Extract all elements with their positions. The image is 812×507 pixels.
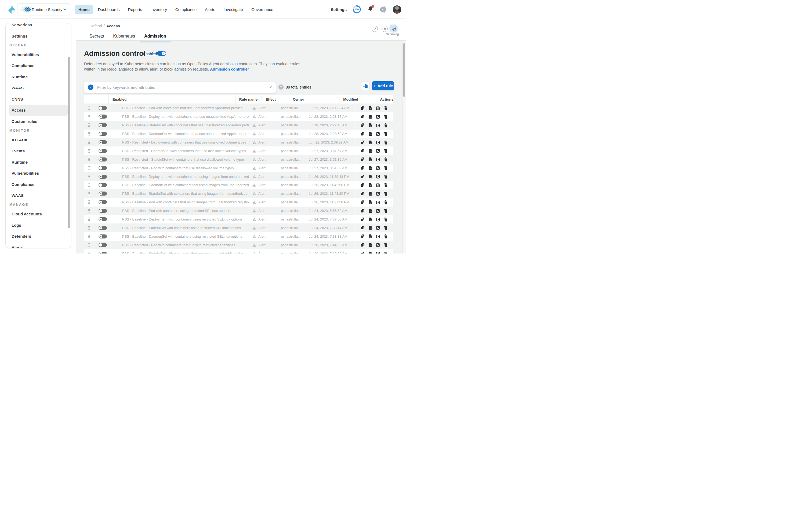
sidebar-item[interactable]: Settings (9, 31, 68, 42)
breadcrumb-parent[interactable]: Defend (89, 24, 102, 28)
usage-gauge[interactable]: 78% (353, 5, 361, 13)
sidebar-scrollbar[interactable] (68, 57, 70, 228)
edit-rule-button[interactable] (376, 217, 380, 222)
copy-rule-button[interactable] (360, 234, 365, 238)
export-rule-button[interactable] (368, 200, 372, 205)
edit-rule-button[interactable] (376, 149, 380, 153)
edit-rule-button[interactable] (376, 115, 380, 119)
export-rule-button[interactable] (368, 106, 372, 110)
product-switcher[interactable]: Runtime Security (17, 3, 70, 15)
drag-handle-icon[interactable] (88, 192, 90, 195)
notification-bell-icon[interactable] (367, 6, 373, 13)
sidebar-item[interactable]: Vulnerabilities (9, 168, 68, 179)
copy-rule-button[interactable] (360, 217, 365, 222)
drag-handle-icon[interactable] (88, 123, 90, 127)
copy-rule-button[interactable] (360, 226, 365, 230)
drag-handle-icon[interactable] (88, 175, 90, 178)
filter-funnel-icon[interactable] (88, 84, 93, 90)
copy-rule-button[interactable] (360, 166, 365, 170)
sidebar-item[interactable]: Compliance (9, 60, 68, 71)
copy-rule-button[interactable] (360, 149, 365, 153)
export-rule-button[interactable] (368, 251, 372, 253)
admission-enabled-toggle[interactable]: ✓ (157, 51, 166, 56)
delete-rule-button[interactable] (384, 149, 388, 153)
drag-handle-icon[interactable] (88, 226, 90, 230)
top-nav-item[interactable]: Home (75, 5, 93, 14)
edit-rule-button[interactable] (376, 166, 380, 170)
delete-rule-button[interactable] (384, 243, 388, 247)
delete-rule-button[interactable] (384, 123, 388, 127)
delete-rule-button[interactable] (384, 106, 388, 110)
copy-rule-button[interactable] (360, 106, 365, 110)
rule-enabled-toggle[interactable] (99, 132, 107, 136)
copy-rule-button[interactable] (360, 243, 365, 247)
top-nav-item[interactable]: Inventory (147, 5, 170, 14)
sidebar-item[interactable]: Compliance (9, 179, 68, 190)
rule-enabled-toggle[interactable] (99, 166, 107, 170)
drag-handle-icon[interactable] (88, 235, 90, 238)
tab[interactable]: Secrets (85, 33, 108, 42)
sidebar-item[interactable]: Runtime (9, 71, 68, 82)
edit-rule-button[interactable] (376, 123, 380, 127)
copy-rule-button[interactable] (360, 174, 365, 179)
copy-rule-button[interactable] (360, 132, 365, 136)
delete-rule-button[interactable] (384, 226, 388, 230)
drag-handle-icon[interactable] (88, 201, 90, 204)
add-rule-button[interactable]: + Add rule (372, 81, 394, 91)
export-rule-button[interactable] (368, 191, 372, 196)
edit-rule-button[interactable] (376, 106, 380, 110)
delete-rule-button[interactable] (384, 234, 388, 238)
export-rule-button[interactable] (368, 115, 372, 119)
top-nav-item[interactable]: Alerts (201, 5, 218, 14)
total-entries-help-icon[interactable]: ? (278, 84, 284, 90)
edit-rule-button[interactable] (376, 140, 380, 145)
drag-handle-icon[interactable] (88, 149, 90, 153)
export-rule-button[interactable] (368, 209, 372, 213)
clear-filter-icon[interactable]: × (269, 85, 272, 90)
top-nav-item[interactable]: Governance (248, 5, 277, 14)
drag-handle-icon[interactable] (88, 243, 90, 247)
help-button[interactable]: ? (372, 26, 378, 32)
top-nav-item[interactable]: Dashboards (95, 5, 123, 14)
sidebar-item[interactable]: CNNS (9, 94, 68, 105)
copy-rule-button[interactable] (360, 183, 365, 187)
sidebar-item[interactable]: Cloud accounts (9, 209, 68, 220)
delete-rule-button[interactable] (384, 174, 388, 179)
delete-rule-button[interactable] (384, 183, 388, 187)
export-rule-button[interactable] (368, 174, 372, 179)
ai-copilot-icon[interactable]: AI (380, 6, 387, 13)
rule-enabled-toggle[interactable] (99, 234, 107, 238)
top-nav-item[interactable]: Compliance (172, 5, 200, 14)
sidebar-item[interactable]: Vulnerabilities (9, 49, 68, 60)
tab[interactable]: Admission (140, 33, 171, 42)
drag-handle-icon[interactable] (88, 209, 90, 213)
edit-rule-button[interactable] (376, 200, 380, 205)
rule-enabled-toggle[interactable] (99, 106, 107, 110)
edit-rule-button[interactable] (376, 209, 380, 213)
drag-handle-icon[interactable] (88, 183, 90, 187)
delete-rule-button[interactable] (384, 191, 388, 196)
edit-rule-button[interactable] (376, 226, 380, 230)
user-avatar[interactable] (393, 5, 401, 14)
edit-rule-button[interactable] (376, 191, 380, 196)
settings-link[interactable]: Settings (331, 7, 347, 12)
rule-enabled-toggle[interactable] (99, 226, 107, 230)
sidebar-item[interactable]: WAAS (9, 82, 68, 94)
copy-rule-button[interactable] (360, 209, 365, 213)
sidebar-item[interactable]: WAAS (9, 190, 68, 201)
sidebar-item[interactable]: Runtime (9, 157, 68, 168)
drag-handle-icon[interactable] (88, 107, 90, 110)
edit-rule-button[interactable] (376, 234, 380, 238)
sidebar-item[interactable]: Alerts (9, 242, 68, 248)
export-rule-button[interactable] (368, 157, 372, 162)
rule-enabled-toggle[interactable] (99, 140, 107, 144)
rule-enabled-toggle[interactable] (99, 123, 107, 127)
drag-handle-icon[interactable] (88, 252, 90, 253)
rule-enabled-toggle[interactable] (99, 149, 107, 153)
rule-enabled-toggle[interactable] (99, 175, 107, 179)
import-rules-button[interactable] (361, 81, 370, 90)
edit-rule-button[interactable] (376, 174, 380, 179)
edit-rule-button[interactable] (376, 132, 380, 136)
rule-enabled-toggle[interactable] (99, 209, 107, 213)
copy-rule-button[interactable] (360, 200, 365, 205)
